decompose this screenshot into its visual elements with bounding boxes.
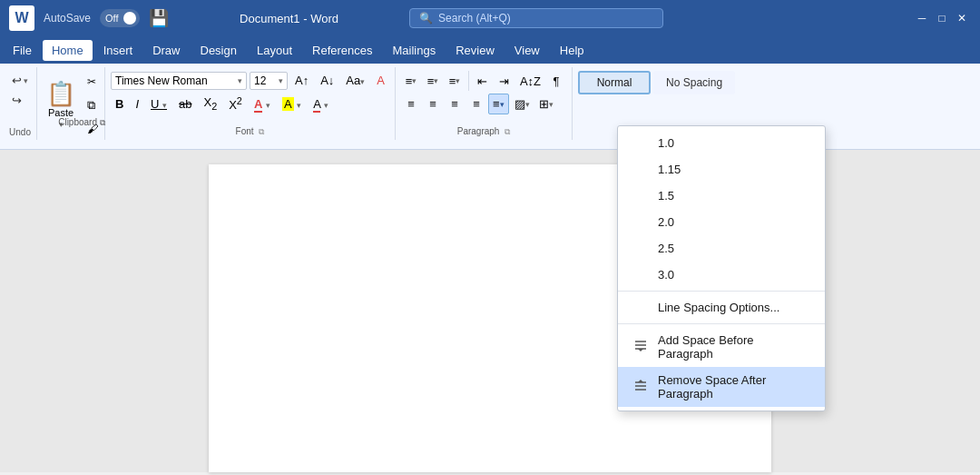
copy-icon: ⧉ [87, 98, 95, 113]
ls-options-label: Line Spacing Options... [658, 301, 779, 314]
numbering-button[interactable]: ≡▾ [423, 72, 443, 91]
word-logo: W [9, 5, 34, 31]
autosave-toggle[interactable]: Off [100, 9, 140, 27]
ls-value-1.5: 1.5 [658, 189, 674, 203]
menu-draw[interactable]: Draw [143, 40, 189, 61]
redo-button[interactable]: ↪ [7, 91, 33, 110]
font-size-chevron: ▾ [279, 76, 283, 85]
menu-review[interactable]: Review [446, 40, 504, 61]
justify-button[interactable]: ≡ [466, 94, 486, 114]
bold-button[interactable]: B [111, 94, 128, 114]
para-expand-icon[interactable]: ⧉ [505, 127, 510, 136]
ls-item-2.5[interactable]: 2.5 [618, 235, 825, 262]
redo-icon: ↪ [12, 94, 22, 107]
increase-font-button[interactable]: A↑ [290, 71, 313, 90]
add-space-before-label: Add Space Before Paragraph [658, 333, 810, 361]
superscript-button[interactable]: X2 [224, 93, 247, 114]
font-expand-icon[interactable]: ⧉ [259, 127, 264, 136]
ls-value-1.0: 1.0 [658, 136, 674, 150]
menu-home[interactable]: Home [43, 40, 93, 61]
multilevel-button[interactable]: ≡▾ [445, 72, 465, 91]
menu-insert[interactable]: Insert [94, 40, 142, 61]
ls-item-1.0[interactable]: 1.0 [618, 130, 825, 156]
remove-space-after-item[interactable]: Remove Space After Paragraph [618, 367, 825, 407]
copy-button[interactable]: ⧉ [84, 96, 101, 114]
dropdown-separator2 [618, 323, 825, 324]
menu-layout[interactable]: Layout [248, 40, 301, 61]
clipboard-expand-icon[interactable]: ⧉ [100, 118, 105, 127]
separator1 [468, 71, 469, 91]
ls-item-2.0[interactable]: 2.0 [618, 209, 825, 235]
font-name-value: Times New Roman [115, 74, 208, 87]
style-normal-button[interactable]: Normal [578, 71, 651, 94]
line-spacing-dropdown: 1.0 1.15 1.5 2.0 2.5 3.0 Line Spacing Op… [617, 125, 826, 411]
show-formatting-button[interactable]: ¶ [546, 72, 566, 91]
ls-value-3.0: 3.0 [658, 268, 674, 282]
svg-marker-7 [638, 380, 643, 382]
line-spacing-options-item[interactable]: Line Spacing Options... [618, 294, 825, 321]
cut-button[interactable]: ✂ [84, 74, 101, 90]
font-color-button[interactable]: A ▾ [250, 94, 275, 114]
close-button[interactable]: ✕ [953, 9, 971, 27]
search-box[interactable]: 🔍 Search (Alt+Q) [409, 8, 663, 28]
add-space-before-item[interactable]: Add Space Before Paragraph [618, 327, 825, 367]
title-bar: W AutoSave Off 💾 Document1 - Word 🔍 Sear… [0, 0, 980, 36]
add-space-before-icon [632, 339, 651, 356]
strikethrough-button[interactable]: ab [174, 94, 196, 114]
menu-mailings[interactable]: Mailings [384, 40, 446, 61]
italic-button[interactable]: I [131, 94, 143, 114]
toggle-knob [123, 12, 136, 25]
undo-button[interactable]: ↩ ▾ [7, 71, 33, 90]
cut-icon: ✂ [87, 75, 96, 88]
menu-file[interactable]: File [4, 40, 41, 61]
window-controls: ─ □ ✕ [913, 9, 971, 27]
menu-design[interactable]: Design [191, 40, 246, 61]
paragraph-group: ≡▾ ≡▾ ≡▾ ⇤ ⇥ A↕Z ¶ ≡ ≡ ≡ ≡ ≡▾ ▨▾ ⊞▾ Para… [396, 67, 573, 140]
font-group: Times New Roman ▾ 12 ▾ A↑ A↓ Aa▾ A B I U… [105, 67, 396, 140]
menu-help[interactable]: Help [551, 40, 593, 61]
ls-item-1.5[interactable]: 1.5 [618, 183, 825, 209]
para-row1: ≡▾ ≡▾ ≡▾ ⇤ ⇥ A↕Z ¶ [401, 71, 566, 91]
decrease-indent-button[interactable]: ⇤ [473, 72, 493, 91]
styles-row: Normal No Spacing [578, 71, 735, 94]
sort-button[interactable]: A↕Z [516, 72, 544, 91]
font-size-value: 12 [254, 74, 266, 87]
search-icon: 🔍 [419, 12, 433, 25]
save-icon[interactable]: 💾 [149, 8, 169, 28]
shading-button[interactable]: A ▾ [309, 94, 333, 114]
undo-icon: ↩ [12, 74, 22, 87]
undo-group: ↩ ▾ ↪ Undo [5, 67, 37, 140]
ls-item-3.0[interactable]: 3.0 [618, 262, 825, 288]
line-spacing-button[interactable]: ≡▾ [488, 94, 509, 114]
bullets-button[interactable]: ≡▾ [401, 72, 421, 91]
align-center-button[interactable]: ≡ [423, 94, 443, 114]
shading-para-button[interactable]: ▨▾ [511, 94, 534, 114]
highlight-button[interactable]: A ▾ [278, 94, 306, 114]
remove-space-after-icon [632, 379, 651, 396]
para-row2: ≡ ≡ ≡ ≡ ≡▾ ▨▾ ⊞▾ [401, 94, 566, 114]
dropdown-separator1 [618, 291, 825, 292]
clear-format-button[interactable]: A [372, 71, 389, 90]
ls-item-1.15[interactable]: 1.15 [618, 156, 825, 183]
menu-references[interactable]: References [303, 40, 381, 61]
decrease-font-button[interactable]: A↓ [316, 71, 338, 90]
borders-button[interactable]: ⊞▾ [535, 94, 557, 114]
clipboard-group: 📋 Paste ▾ ✂ ⧉ 🖌 Clipboard ⧉ [37, 67, 105, 140]
font-name-selector[interactable]: Times New Roman ▾ [111, 72, 247, 90]
menu-view[interactable]: View [505, 40, 549, 61]
align-right-button[interactable]: ≡ [445, 94, 465, 114]
maximize-button[interactable]: □ [933, 9, 951, 27]
align-left-button[interactable]: ≡ [401, 94, 421, 114]
minimize-button[interactable]: ─ [913, 9, 931, 27]
autosave-off-label: Off [105, 13, 118, 24]
clipboard-label: Clipboard ⧉ [53, 117, 111, 131]
ls-value-1.15: 1.15 [658, 163, 681, 176]
undo-group-label: Undo [7, 127, 33, 140]
style-nospace-button[interactable]: No Spacing [653, 71, 735, 94]
undo-chevron[interactable]: ▾ [24, 76, 28, 85]
underline-button[interactable]: U ▾ [146, 94, 172, 114]
font-size-selector[interactable]: 12 ▾ [250, 72, 288, 90]
subscript-button[interactable]: X2 [199, 93, 221, 114]
increase-indent-button[interactable]: ⇥ [495, 72, 514, 91]
change-case-button[interactable]: Aa▾ [341, 71, 369, 90]
